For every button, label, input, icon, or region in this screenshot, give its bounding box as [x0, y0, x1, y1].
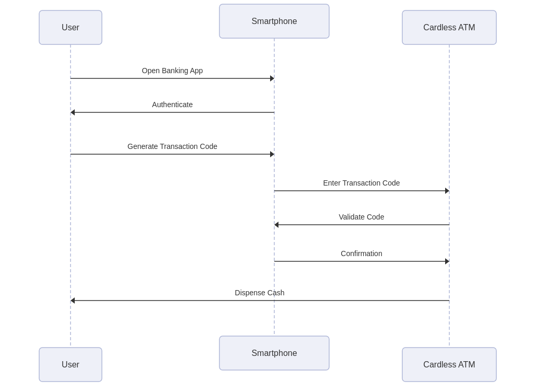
svg-marker-13	[445, 188, 449, 194]
msg4-label: Enter Transaction Code	[323, 179, 400, 187]
sequence-diagram-svg: User Smartphone Cardless ATM Open Bankin…	[0, 0, 535, 392]
svg-marker-7	[270, 75, 274, 82]
msg3-label: Generate Transaction Code	[127, 142, 217, 151]
actor-user-label-bottom: User	[62, 360, 79, 369]
svg-marker-9	[71, 109, 75, 116]
actor-user-label-top: User	[62, 23, 79, 32]
actor-atm-label-bottom: Cardless ATM	[423, 360, 475, 369]
msg5-label: Validate Code	[339, 213, 385, 221]
svg-marker-11	[270, 151, 274, 157]
svg-marker-19	[71, 297, 75, 304]
msg6-label: Confirmation	[341, 249, 382, 258]
svg-marker-17	[445, 258, 449, 264]
msg1-label: Open Banking App	[142, 66, 203, 75]
actor-smartphone-label-bottom: Smartphone	[251, 349, 297, 358]
svg-marker-15	[274, 222, 278, 228]
msg2-label: Authenticate	[152, 100, 193, 109]
actor-smartphone-label-top: Smartphone	[251, 17, 297, 26]
actor-atm-label-top: Cardless ATM	[423, 23, 475, 32]
msg7-label: Dispense Cash	[235, 289, 285, 297]
diagram-container: User Smartphone Cardless ATM Open Bankin…	[0, 0, 535, 392]
